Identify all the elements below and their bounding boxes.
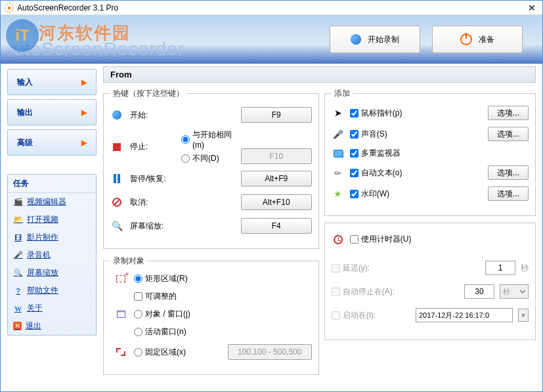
task-audio-recorder[interactable]: 🎤录音机 xyxy=(8,246,96,264)
zoom-icon: 🔍 xyxy=(110,221,123,231)
help-icon: ? xyxy=(13,286,23,295)
target-active-radio[interactable]: 活动窗口(n) xyxy=(134,326,186,338)
target-object-radio[interactable]: 对象 / 窗口(j) xyxy=(134,309,190,320)
exit-icon: ✕ xyxy=(13,322,22,330)
add-autotext-check[interactable]: 自动文本(o) xyxy=(350,167,483,179)
fixed-region-button[interactable]: 100,100 - 500,500 xyxy=(228,344,312,360)
cancel-hotkey-button[interactable]: Alt+F10 xyxy=(241,194,312,210)
stop-diff-radio[interactable]: 不同(D) xyxy=(181,153,234,164)
nav-input-label: 输入 xyxy=(17,77,33,88)
folder-icon: 📂 xyxy=(13,215,23,225)
ready-label: 准备 xyxy=(479,34,494,45)
target-legend: 录制对象 xyxy=(110,255,147,267)
editor-icon: 🎬 xyxy=(13,197,23,207)
close-button[interactable]: ✕ xyxy=(525,3,538,13)
autotext-options-button[interactable]: 选项... xyxy=(488,165,529,180)
film-icon: 🎞 xyxy=(13,232,23,242)
autostop-unit-select[interactable]: 秒 xyxy=(500,284,529,299)
task-help[interactable]: ?帮助文件 xyxy=(8,282,96,299)
arrow-right-icon: ▶ xyxy=(81,108,87,117)
task-header: 任务 xyxy=(8,175,96,193)
add-fieldset: 添加 ➤ 鼠标指针(p) 选项... 🎤 声音(S) 选项... 多重监视器 xyxy=(324,88,536,216)
watermark-options-button[interactable]: 选项... xyxy=(488,186,529,201)
add-cursor-check[interactable]: 鼠标指针(p) xyxy=(350,108,483,119)
adjustable-check[interactable]: 可调整的 xyxy=(134,291,177,302)
cancel-icon xyxy=(110,198,123,207)
stop-hotkey-button[interactable]: F10 xyxy=(241,148,312,164)
arrow-right-icon: ▶ xyxy=(81,78,87,87)
nav-input[interactable]: 输入 ▶ xyxy=(7,69,97,95)
task-open-video[interactable]: 📂打开视频 xyxy=(8,211,96,229)
start-record-label: 开始录制 xyxy=(368,34,399,45)
watermark-icon: ★ xyxy=(332,188,345,199)
chevron-down-icon[interactable]: ▾ xyxy=(518,309,529,322)
zoom-label: 屏幕缩放: xyxy=(130,221,175,232)
hotkeys-fieldset: 热键（按下这些键） 开始: F9 停止: 与开始相同(m) 不同(D) xyxy=(103,88,319,249)
stop-icon xyxy=(110,143,123,151)
delay-input[interactable] xyxy=(485,261,515,275)
cursor-options-button[interactable]: 选项... xyxy=(488,106,529,120)
sound-icon: 🎤 xyxy=(332,129,345,139)
pause-hotkey-button[interactable]: Alt+F9 xyxy=(241,171,312,186)
delay-check[interactable]: 延迟(y): xyxy=(332,263,370,274)
start-hotkey-button[interactable]: F9 xyxy=(241,107,312,123)
watermark-logo xyxy=(6,19,39,52)
autotext-icon: ✎ xyxy=(330,165,346,181)
ready-button[interactable]: 准备 xyxy=(432,26,523,53)
about-icon: W xyxy=(13,303,23,313)
task-video-editor[interactable]: 🎬视频编辑器 xyxy=(8,193,96,211)
zoom-hotkey-button[interactable]: F4 xyxy=(241,218,312,234)
hotkeys-legend: 热键（按下这些键） xyxy=(110,88,186,99)
add-monitor-check[interactable]: 多重监视器 xyxy=(350,148,483,159)
startat-check[interactable]: 启动在(t): xyxy=(332,310,376,321)
mic-icon: 🎤 xyxy=(13,250,23,260)
add-legend: 添加 xyxy=(332,88,353,99)
sound-options-button[interactable]: 选项... xyxy=(488,127,529,141)
watermark-text-cn: 河东软件园 xyxy=(39,22,131,45)
start-record-button[interactable]: 开始录制 xyxy=(330,26,420,53)
use-timer-check[interactable]: 使用计时器(U) xyxy=(350,234,412,245)
task-screen-zoom[interactable]: 🔍屏幕缩放 xyxy=(8,264,96,282)
nav-advanced-label: 高级 xyxy=(17,137,33,148)
autostop-input[interactable] xyxy=(464,284,494,299)
task-movie-make[interactable]: 🎞影片制作 xyxy=(8,229,96,246)
app-icon xyxy=(5,3,14,12)
window-title: AutoScreenRecorder 3.1 Pro xyxy=(17,3,525,12)
power-icon xyxy=(460,33,472,45)
task-exit[interactable]: ✕退出 xyxy=(8,317,96,335)
arrow-right-icon: ▶ xyxy=(81,139,87,147)
nav-output[interactable]: 输出 ▶ xyxy=(7,99,97,125)
target-rect-radio[interactable]: 矩形区域(R) xyxy=(134,273,188,284)
rect-icon xyxy=(114,275,127,282)
nav-advanced[interactable]: 高级 ▶ xyxy=(7,129,97,156)
cursor-icon: ➤ xyxy=(332,108,345,118)
sec-label: 秒 xyxy=(521,263,529,274)
start-label: 开始: xyxy=(130,110,175,121)
window-icon xyxy=(114,311,127,318)
stop-label: 停止: xyxy=(130,141,175,152)
stop-same-radio[interactable]: 与开始相同(m) xyxy=(181,129,234,150)
fixed-icon xyxy=(114,348,127,356)
timer-fieldset: 使用计时器(U) 延迟(y): 秒 自动停止在(A): 秒 xyxy=(324,223,536,340)
start-icon xyxy=(110,110,123,120)
pause-label: 暂停/恢复: xyxy=(130,173,175,185)
section-title: From xyxy=(103,66,536,83)
add-sound-check[interactable]: 声音(S) xyxy=(350,129,483,140)
nav-output-label: 输出 xyxy=(17,107,33,118)
target-fieldset: 录制对象 矩形区域(R) 可调整的 对象 / 窗口(j) 活动窗口(n) xyxy=(103,255,319,375)
zoom-icon: 🔍 xyxy=(13,268,23,278)
monitor-icon xyxy=(332,150,345,157)
target-fixed-radio[interactable]: 固定区域(x) xyxy=(134,347,186,358)
task-about[interactable]: W关于 xyxy=(8,299,96,317)
add-watermark-check[interactable]: 水印(W) xyxy=(350,188,483,200)
task-panel: 任务 🎬视频编辑器 📂打开视频 🎞影片制作 🎤录音机 🔍屏幕缩放 ?帮助文件 W… xyxy=(7,174,97,336)
record-icon xyxy=(351,34,361,45)
cancel-label: 取消: xyxy=(130,197,175,208)
autostop-check[interactable]: 自动停止在(A): xyxy=(332,286,395,297)
clock-icon xyxy=(332,235,345,244)
startat-input[interactable] xyxy=(416,308,513,322)
pause-icon xyxy=(110,174,123,183)
